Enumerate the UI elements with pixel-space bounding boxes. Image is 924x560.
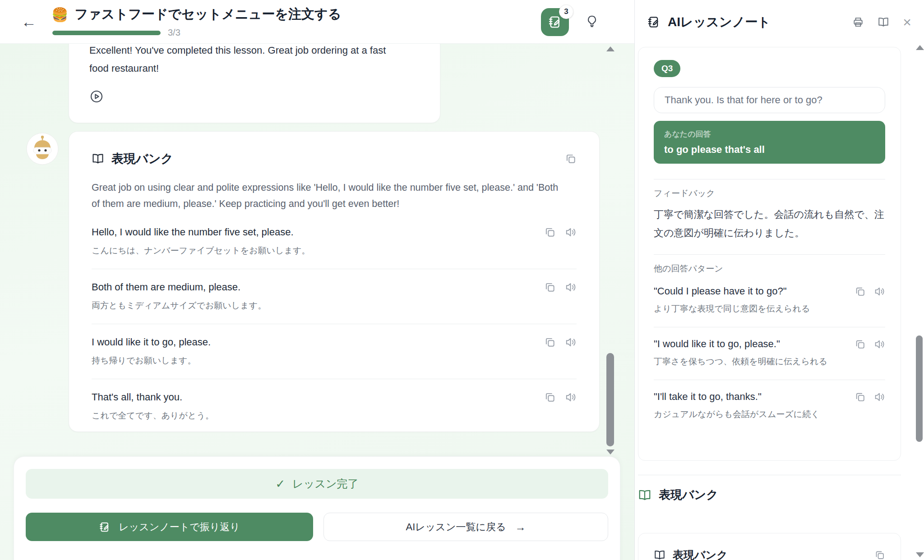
expression-item: Both of them are medium, please. 両方ともミディ… — [92, 281, 577, 312]
divider — [92, 269, 577, 269]
expression-bank-title: 表現バンク — [111, 151, 173, 167]
scroll-up-arrow[interactable] — [606, 46, 614, 51]
notebook-icon — [548, 15, 562, 29]
speak-pattern-button[interactable] — [874, 286, 885, 297]
copy-pattern-button[interactable] — [855, 286, 866, 297]
chat-scroll-area[interactable]: Excellent! You've completed this lesson.… — [0, 44, 634, 560]
expression-list: Hello, I would like the number five set,… — [92, 226, 577, 422]
bank-section-heading: 表現バンク — [638, 487, 718, 503]
divider — [654, 380, 885, 380]
copy-icon — [544, 336, 556, 348]
speak-pattern-button[interactable] — [874, 391, 885, 403]
expression-english: I would like it to go, please. — [92, 336, 211, 348]
scroll-down-arrow[interactable] — [606, 450, 614, 454]
completion-message: Excellent! You've completed this lesson.… — [89, 44, 405, 78]
printer-icon — [852, 16, 864, 28]
open-book-icon — [92, 152, 104, 165]
panel-scrollbar-thumb[interactable] — [916, 335, 923, 442]
speak-expression-button[interactable] — [565, 391, 577, 403]
speak-expression-button[interactable] — [565, 226, 577, 238]
panel-scroll-area[interactable]: Q3 Thank you. Is that for here or to go?… — [635, 44, 924, 560]
expression-english: Both of them are medium, please. — [92, 281, 240, 293]
pattern-description: カジュアルながらも会話がスムーズに続く — [654, 409, 885, 420]
print-button[interactable] — [852, 16, 864, 28]
header-actions: 3 — [541, 0, 600, 44]
page-title: ファストフードでセットメニューを注文する — [74, 5, 341, 23]
lesson-complete-label: レッスン完了 — [292, 477, 358, 491]
chat-message-card: Excellent! You've completed this lesson.… — [69, 44, 440, 123]
robot-avatar — [26, 133, 59, 165]
speak-pattern-button[interactable] — [874, 339, 885, 350]
divider — [654, 327, 885, 327]
chat-scrollbar-thumb[interactable] — [606, 353, 614, 446]
open-book-icon — [878, 16, 889, 28]
back-to-lessons-button[interactable]: AIレッスン一覧に戻る → — [323, 513, 608, 541]
copy-card-button[interactable] — [874, 550, 885, 560]
scroll-up-arrow[interactable] — [916, 45, 924, 50]
speaker-icon — [565, 281, 577, 293]
speaker-icon — [565, 391, 577, 403]
lesson-progress-bar — [52, 31, 161, 35]
dictionary-button[interactable] — [878, 16, 889, 28]
patterns-label: 他の回答パターン — [654, 263, 885, 275]
notes-count-badge: 3 — [559, 5, 573, 19]
question-text-box: Thank you. Is that for here or to go? — [654, 87, 885, 113]
user-answer-box: あなたの回答 to go please that's all — [654, 121, 885, 164]
divider — [638, 475, 901, 475]
panel-title: AIレッスンノート — [668, 14, 771, 31]
divider — [654, 254, 885, 255]
copy-card-button[interactable] — [565, 153, 577, 165]
lesson-notes-button[interactable]: 3 — [541, 8, 569, 36]
check-icon: ✓ — [275, 477, 285, 491]
hint-button[interactable] — [584, 14, 600, 30]
expression-english: That's all, thank you. — [92, 391, 182, 403]
back-to-lessons-label: AIレッスン一覧に戻る — [406, 520, 506, 534]
notebook-icon — [99, 521, 111, 533]
copy-expression-button[interactable] — [544, 391, 556, 403]
speak-expression-button[interactable] — [565, 281, 577, 293]
lesson-progress-label: 3/3 — [168, 28, 180, 38]
panel-header: AIレッスンノート × — [635, 0, 924, 44]
answer-text: to go please that's all — [664, 144, 875, 156]
lesson-complete-banner: ✓ レッスン完了 — [26, 469, 608, 499]
copy-pattern-button[interactable] — [855, 391, 866, 403]
expression-item: Hello, I would like the number five set,… — [92, 226, 577, 257]
expression-bank-intro: Great job on using clear and polite expr… — [92, 179, 569, 212]
lesson-header: ← 🍔 ファストフードでセットメニューを注文する 3/3 3 — [0, 0, 634, 44]
expression-japanese: こんにちは、ナンバーファイブセットをお願いします。 — [92, 245, 577, 257]
speak-expression-button[interactable] — [565, 336, 577, 348]
arrow-right-icon: → — [515, 521, 526, 533]
divider — [92, 324, 577, 324]
pattern-description: より丁寧な表現で同じ意図を伝えられる — [654, 303, 885, 315]
copy-icon — [544, 281, 556, 293]
feedback-text: 丁寧で簡潔な回答でした。会話の流れも自然で、注文の意図が明確に伝わりました。 — [654, 205, 886, 242]
copy-icon — [874, 550, 885, 560]
scroll-down-arrow[interactable] — [916, 552, 924, 557]
review-notes-button[interactable]: レッスンノートで振り返り — [26, 513, 313, 541]
speaker-icon — [874, 391, 885, 403]
lesson-progress-fill — [52, 31, 161, 35]
copy-icon — [855, 391, 866, 403]
open-book-icon — [654, 549, 665, 560]
copy-icon — [565, 153, 577, 165]
expression-bank-card: 表現バンク Great job on using clear and polit… — [69, 131, 600, 432]
copy-expression-button[interactable] — [544, 336, 556, 348]
panel-expression-bank-card: 表現バンク — [638, 533, 901, 560]
question-number-badge: Q3 — [654, 60, 680, 77]
bank-section-title: 表現バンク — [659, 487, 718, 503]
lesson-title-block: 🍔 ファストフードでセットメニューを注文する 3/3 — [51, 5, 341, 38]
burger-emoji-icon: 🍔 — [51, 7, 68, 23]
answer-label: あなたの回答 — [664, 129, 875, 139]
copy-expression-button[interactable] — [544, 226, 556, 238]
copy-expression-button[interactable] — [544, 281, 556, 293]
lesson-main-pane: ← 🍔 ファストフードでセットメニューを注文する 3/3 3 — [0, 0, 635, 560]
back-button[interactable]: ← — [19, 12, 39, 32]
copy-icon — [855, 339, 866, 350]
pattern-description: 丁寧さを保ちつつ、依頼を明確に伝えられる — [654, 356, 885, 367]
play-audio-button[interactable] — [89, 89, 104, 104]
close-panel-button[interactable]: × — [903, 16, 911, 28]
open-book-icon — [638, 488, 651, 502]
play-icon — [89, 89, 104, 104]
copy-pattern-button[interactable] — [855, 339, 866, 350]
speaker-icon — [565, 336, 577, 348]
